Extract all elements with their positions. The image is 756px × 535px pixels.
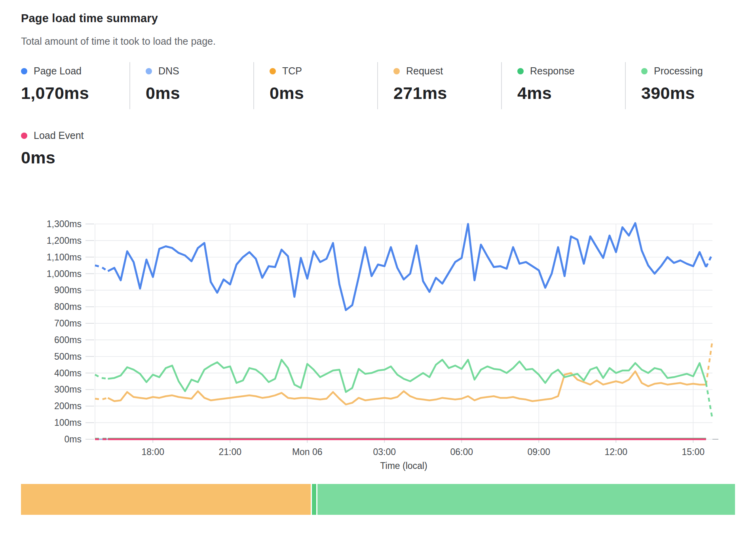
svg-text:600ms: 600ms (54, 335, 82, 345)
timing-ratio-bar (21, 484, 735, 515)
metric-value: 271ms (393, 83, 501, 103)
metric-tcp[interactable]: TCP 0ms (254, 62, 378, 109)
svg-text:06:00: 06:00 (450, 447, 473, 457)
load-time-chart: 0ms100ms200ms300ms400ms500ms600ms700ms80… (0, 206, 756, 475)
svg-text:18:00: 18:00 (141, 447, 164, 457)
metric-value: 1,070ms (21, 83, 129, 103)
svg-text:1,300ms: 1,300ms (47, 219, 82, 229)
metric-value: 0ms (146, 83, 253, 103)
svg-text:800ms: 800ms (54, 302, 82, 312)
metric-label: TCP (282, 65, 302, 77)
request-share (21, 484, 311, 515)
chart-header: Page load time summary Total amount of t… (0, 0, 756, 47)
metric-request[interactable]: Request 271ms (378, 62, 502, 109)
tcp-dot-icon (270, 68, 276, 74)
svg-text:900ms: 900ms (54, 285, 82, 295)
metric-label: Load Event (34, 130, 84, 141)
page: { "header": { "title": "Page load time s… (0, 0, 756, 535)
metric-value: 4ms (517, 83, 625, 103)
svg-text:03:00: 03:00 (373, 447, 396, 457)
metric-value: 390ms (641, 83, 703, 103)
metric-label: Response (530, 65, 575, 77)
svg-text:100ms: 100ms (54, 417, 82, 428)
metrics-row: Page Load 1,070ms DNS 0ms TCP 0ms Reques… (21, 62, 756, 109)
metric-load-event[interactable]: Load Event 0ms (21, 127, 756, 174)
svg-text:300ms: 300ms (54, 384, 82, 395)
svg-text:200ms: 200ms (54, 401, 82, 411)
svg-text:400ms: 400ms (54, 368, 82, 378)
metric-page-load[interactable]: Page Load 1,070ms (21, 62, 130, 109)
svg-text:15:00: 15:00 (682, 447, 705, 457)
metric-label: Request (406, 65, 443, 77)
processing-share (317, 484, 735, 515)
response-dot-icon (517, 68, 524, 74)
svg-text:1,200ms: 1,200ms (47, 235, 82, 246)
svg-text:Time (local): Time (local) (380, 461, 427, 471)
page-subtitle: Total amount of time it took to load the… (21, 36, 756, 47)
metric-value: 0ms (270, 83, 377, 103)
dns-dot-icon (146, 68, 152, 74)
svg-text:700ms: 700ms (54, 318, 82, 328)
request-dot-icon (393, 68, 400, 74)
svg-text:09:00: 09:00 (527, 447, 550, 457)
metric-label: Page Load (34, 65, 82, 77)
metric-value: 0ms (21, 148, 756, 167)
metric-dns[interactable]: DNS 0ms (130, 62, 254, 109)
chart-svg: 0ms100ms200ms300ms400ms500ms600ms700ms80… (0, 206, 756, 475)
response-share (312, 484, 316, 515)
load-event-dot-icon (21, 133, 27, 139)
svg-text:1,100ms: 1,100ms (47, 252, 82, 262)
svg-text:0ms: 0ms (65, 434, 82, 444)
svg-text:1,000ms: 1,000ms (47, 269, 82, 279)
page-load-dot-icon (21, 68, 27, 74)
svg-text:500ms: 500ms (54, 351, 82, 362)
processing-dot-icon (641, 68, 648, 74)
svg-text:12:00: 12:00 (604, 447, 627, 457)
metric-processing[interactable]: Processing 390ms (626, 62, 703, 109)
svg-text:Mon 06: Mon 06 (292, 447, 323, 457)
svg-text:21:00: 21:00 (218, 447, 241, 457)
metric-label: DNS (158, 65, 179, 77)
page-title: Page load time summary (21, 12, 756, 25)
metrics-row-2: Load Event 0ms (21, 127, 756, 174)
metric-label: Processing (654, 65, 703, 77)
metric-response[interactable]: Response 4ms (502, 62, 626, 109)
